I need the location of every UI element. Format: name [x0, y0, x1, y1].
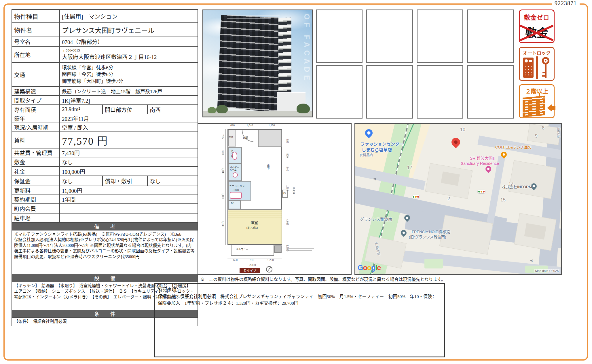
- google-logo: Google: [358, 264, 381, 272]
- divider: [536, 56, 538, 79]
- plan-room-label: 洋室: [251, 221, 258, 225]
- badge-deposit-zero: 敷金ゼロ 敷金: [519, 9, 555, 43]
- map-label: (旧:グランシス難波南): [409, 235, 446, 239]
- plan-dimension: 650: [233, 259, 238, 262]
- table-row-status: 現況/入居時期空室 / 即入: [12, 123, 198, 132]
- road-direction-arrow: ➤: [530, 258, 534, 263]
- plan-room-label: DO: [231, 202, 234, 205]
- map-label: 8: [542, 126, 544, 131]
- row-value-layout: 1K[洋室7.2]: [60, 96, 198, 104]
- photo-bush: [216, 105, 228, 113]
- traffic-light-icon: [477, 190, 485, 194]
- map-label: 15: [500, 198, 506, 203]
- map-label: 株式会社INFORM: [502, 185, 532, 189]
- building-icon: [523, 96, 545, 117]
- plan-room-label: パウダー ルーム: [230, 167, 239, 171]
- road-midosuji: [537, 123, 562, 275]
- map-poi-pin-gray: [400, 229, 408, 237]
- table-row-built: 築年2023年11月: [12, 114, 198, 123]
- washer-space: [228, 201, 241, 209]
- key-icon: [540, 56, 551, 80]
- plan-room-label: バルコニー: [236, 248, 248, 251]
- special-notes-box: 特記事項： 保証会社：保証会社利用必須 株式会社プレサンスギャランティギャランテ…: [154, 283, 445, 357]
- badge-second-floor-label: ２階以上: [520, 87, 554, 95]
- row-label-key_money: 礼金: [12, 167, 60, 176]
- table-row-parking: 駐車場: [12, 214, 198, 223]
- row-label2-area: 開口部方位: [102, 105, 148, 114]
- compass-icon: [266, 266, 272, 272]
- row-label-term: 契約期間: [12, 195, 60, 203]
- table-row-renewal_fee: 更新料11,000円: [12, 186, 198, 195]
- row-value-status: 空室 / 即入: [60, 123, 198, 132]
- plan-dimension: 995: [286, 139, 289, 143]
- property-sheet: 9223871 物件種目[住居用] マンション物件名プレサンス大国町ラヴェニール…: [0, 0, 592, 364]
- map-label: SR 難波大国Ⅱ: [470, 156, 495, 161]
- map-label: 衣料品店: [359, 153, 373, 157]
- traffic-light-icon: [412, 195, 420, 199]
- photo-caption-line: [227, 15, 279, 16]
- map-label: 17: [407, 165, 412, 170]
- row-label-status: 現況/入居時期: [12, 123, 60, 132]
- table-row-neighborhood_fee: 町内会費: [12, 204, 198, 214]
- map[interactable]: ファッションセンターしまむら塩草店衣料品店グランシス難波南FRENCIA NOI…: [354, 123, 562, 275]
- plan-dimension: 600: [221, 150, 224, 155]
- entrance-porch: [258, 130, 282, 147]
- table-row-rent: 賃料77,570 円: [12, 132, 198, 148]
- special-notes-title: 特記事項：: [158, 286, 441, 293]
- row-value-built: 2023年11月: [60, 114, 198, 123]
- row-label-address: 所在地: [12, 47, 60, 62]
- map-label: COFFEE&ランチ亜矢: [495, 145, 532, 149]
- plan-dimension: 4,045: [286, 219, 289, 226]
- row-value-area: 23.94m²: [60, 105, 102, 114]
- row-value2-area: 南西: [148, 105, 198, 114]
- access-line: 環状線「今宮」徒歩6分: [62, 64, 196, 71]
- map-label: 9: [535, 134, 538, 139]
- dim-line: [225, 129, 226, 245]
- plan-dimension: 1,560: [286, 184, 289, 191]
- photo-bush: [297, 104, 310, 113]
- crossed-deposit-word: 敷金: [520, 24, 554, 40]
- row-label-name: 物件名: [12, 23, 60, 37]
- plan-dimension: 1,100: [221, 193, 224, 199]
- map-label: しまむら塩草店: [362, 148, 392, 152]
- access-line: 関西線「今宮」徒歩6分: [62, 71, 196, 78]
- row-label-deposit: 敷金: [12, 157, 60, 166]
- table-row-common_fee: 共益費・管理費7,430円: [12, 148, 198, 157]
- badge-second-floor-up: ２階以上: [519, 84, 555, 118]
- map-label: ファッションセンター: [360, 142, 404, 146]
- dim-line: [227, 263, 282, 263]
- building-photo: OF FACADE: [202, 9, 313, 117]
- row-value-common_fee: 7,430円: [60, 148, 198, 157]
- row-value2-guarantee: なし: [148, 176, 198, 186]
- photo-placeholder: [467, 65, 514, 119]
- address-text: 大阪府大阪市浪速区敷津西２丁目16-12: [62, 53, 196, 60]
- plan-room-label: トイレ: [230, 149, 233, 157]
- map-label: FRENCIA NOIE 難波南: [412, 230, 450, 234]
- plan-dimension: 910: [250, 259, 254, 262]
- row-label-guarantee: 保証金: [12, 176, 60, 186]
- map-poi-pin-pink: [484, 165, 492, 173]
- plan-room-label: ユニットバス: [229, 185, 245, 188]
- row-label-room_no: 号室名: [12, 37, 60, 46]
- table-row-type: 物件種目[住居用] マンション: [12, 10, 198, 23]
- table-row-term: 契約期間1年間: [12, 195, 198, 204]
- bathtub-fixture: [230, 192, 242, 199]
- plan-note-line: [286, 250, 312, 251]
- map-label: グランシス難波南: [360, 217, 392, 222]
- row-value-term: 1年間: [60, 195, 198, 203]
- row-value-neighborhood_fee: [60, 204, 198, 213]
- row-label-common_fee: 共益費・管理費: [12, 148, 60, 157]
- row-label-rent: 賃料: [12, 132, 60, 148]
- plan-dimension: 8,400: [292, 187, 295, 194]
- plan-room-label: (1014): [233, 189, 239, 191]
- photo-caption-line: [227, 18, 271, 19]
- plan-dimension: 1,500: [286, 245, 289, 251]
- left-arrow-icon: [547, 104, 552, 112]
- photo-watermark: OF FACADE: [302, 14, 311, 83]
- row-value-guarantee: なし: [60, 176, 102, 186]
- table-row-room_no: 号室名0704（7階部分）: [12, 37, 198, 47]
- plan-room-label: PS: [283, 192, 286, 194]
- map-label: 2: [447, 197, 450, 201]
- photo-placeholder: [366, 9, 413, 63]
- section-text-remarks: ※マルチファンクションライト搭載(Iot製品) ※無料Wi-Fi(U-COM光レ…: [12, 230, 198, 274]
